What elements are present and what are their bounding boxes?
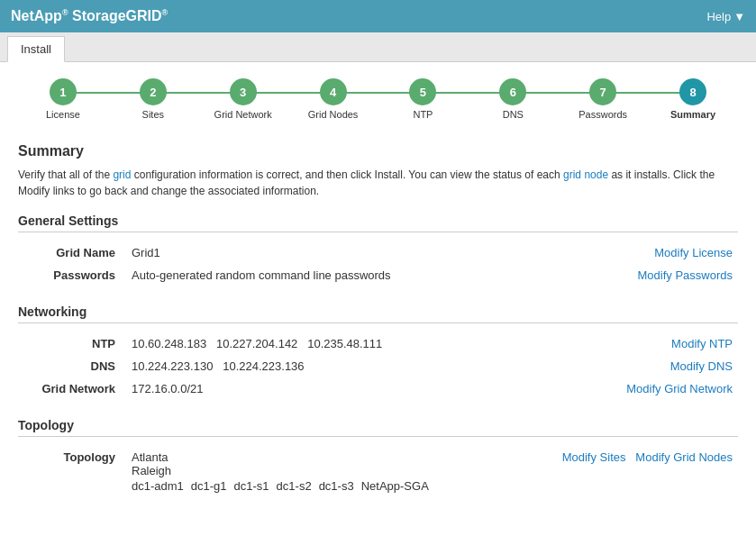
section-general-settings: General Settings Grid Name Grid1 Modify … (18, 213, 738, 286)
ntp-value: 10.60.248.183 10.227.204.142 10.235.48.1… (126, 332, 549, 355)
modify-sites-link[interactable]: Modify Sites (562, 450, 626, 464)
steps-container: 1License2Sites3Grid Network4Grid Nodes5N… (0, 62, 756, 129)
header: NetApp® StorageGRID® Help ▼ (0, 0, 756, 32)
section-topology: Topology Topology Atlanta Raleigh dc1-ad… (18, 418, 738, 497)
dns-value: 10.224.223.130 10.224.223.136 (126, 355, 549, 377)
node-netapp-sga: NetApp-SGA (361, 479, 429, 493)
step-circle-8: 8 (679, 78, 706, 105)
table-row: Grid Network 172.16.0.0/21 Modify Grid N… (18, 377, 738, 400)
node-dc1-adm1: dc1-adm1 (132, 479, 184, 493)
step-ntp[interactable]: 5NTP (378, 78, 469, 120)
step-label-2: Sites (142, 109, 164, 120)
node-dc1-g1: dc1-g1 (191, 479, 227, 493)
step-sites[interactable]: 2Sites (108, 78, 198, 120)
page-title: Summary (18, 143, 738, 159)
table-row: Grid Name Grid1 Modify License (18, 241, 738, 264)
step-circle-3: 3 (230, 78, 257, 105)
step-circle-1: 1 (50, 78, 77, 105)
grid-node-link[interactable]: grid node (563, 168, 608, 181)
modify-dns-link[interactable]: Modify DNS (549, 355, 738, 377)
grid-link[interactable]: grid (113, 168, 131, 181)
topology-header: Topology (18, 418, 738, 437)
app-title: NetApp® StorageGRID® (11, 8, 168, 24)
grid-network-label: Grid Network (18, 377, 126, 400)
node-dc1-s3: dc1-s3 (319, 479, 354, 493)
main-content: Summary Verify that all of the grid conf… (0, 129, 756, 530)
help-label: Help (706, 10, 731, 23)
node-dc1-s1: dc1-s1 (234, 479, 269, 493)
grid-name-value: Grid1 (126, 241, 566, 264)
topology-actions: Modify Sites Modify Grid Nodes (511, 446, 738, 497)
step-label-5: NTP (413, 109, 433, 120)
tab-bar: Install (0, 32, 756, 62)
step-circle-5: 5 (409, 78, 436, 105)
tab-install[interactable]: Install (7, 36, 65, 62)
topology-value: Atlanta Raleigh dc1-adm1 dc1-g1 dc1-s1 d… (126, 446, 511, 497)
step-dns[interactable]: 6DNS (468, 78, 558, 120)
step-license[interactable]: 1License (18, 78, 108, 120)
node-dc1-s2: dc1-s2 (277, 479, 312, 493)
step-label-4: Grid Nodes (308, 109, 359, 120)
step-label-3: Grid Network (214, 109, 272, 120)
topology-nodes: dc1-adm1 dc1-g1 dc1-s1 dc1-s2 dc1-s3 Net… (132, 479, 506, 493)
step-label-6: DNS (503, 109, 524, 120)
networking-table: NTP 10.60.248.183 10.227.204.142 10.235.… (18, 332, 738, 400)
step-circle-6: 6 (499, 78, 526, 105)
step-summary[interactable]: 8Summary (648, 78, 738, 120)
passwords-label: Passwords (18, 264, 126, 286)
modify-grid-nodes-link[interactable]: Modify Grid Nodes (635, 450, 733, 464)
step-circle-7: 7 (589, 78, 616, 105)
ntp-label: NTP (18, 332, 126, 355)
grid-network-value: 172.16.0.0/21 (126, 377, 549, 400)
step-label-7: Passwords (578, 109, 627, 120)
step-passwords[interactable]: 7Passwords (558, 78, 648, 120)
modify-grid-network-link[interactable]: Modify Grid Network (549, 377, 738, 400)
grid-name-label: Grid Name (18, 241, 126, 264)
table-row: Topology Atlanta Raleigh dc1-adm1 dc1-g1… (18, 446, 738, 497)
description: Verify that all of the grid configuratio… (18, 167, 738, 199)
general-settings-header: General Settings (18, 213, 738, 232)
dns-label: DNS (18, 355, 126, 377)
table-row: Passwords Auto-generated random command … (18, 264, 738, 286)
step-label-8: Summary (670, 109, 715, 120)
help-button[interactable]: Help ▼ (706, 10, 745, 23)
modify-ntp-link[interactable]: Modify NTP (549, 332, 738, 355)
passwords-value: Auto-generated random command line passw… (126, 264, 566, 286)
table-row: DNS 10.224.223.130 10.224.223.136 Modify… (18, 355, 738, 377)
site-atlanta: Atlanta (132, 450, 506, 464)
general-settings-table: Grid Name Grid1 Modify License Passwords… (18, 241, 738, 286)
topology-table: Topology Atlanta Raleigh dc1-adm1 dc1-g1… (18, 446, 738, 497)
step-grid-network[interactable]: 3Grid Network (198, 78, 288, 120)
section-networking: Networking NTP 10.60.248.183 10.227.204.… (18, 304, 738, 400)
step-label-1: License (46, 109, 80, 120)
modify-passwords-link[interactable]: Modify Passwords (566, 264, 738, 286)
step-grid-nodes[interactable]: 4Grid Nodes (288, 78, 378, 120)
site-raleigh: Raleigh (132, 464, 506, 477)
modify-license-link[interactable]: Modify License (566, 241, 738, 264)
step-circle-2: 2 (140, 78, 167, 105)
help-chevron-icon: ▼ (733, 10, 745, 23)
table-row: NTP 10.60.248.183 10.227.204.142 10.235.… (18, 332, 738, 355)
topology-label: Topology (18, 446, 126, 497)
networking-header: Networking (18, 304, 738, 323)
step-circle-4: 4 (320, 78, 347, 105)
